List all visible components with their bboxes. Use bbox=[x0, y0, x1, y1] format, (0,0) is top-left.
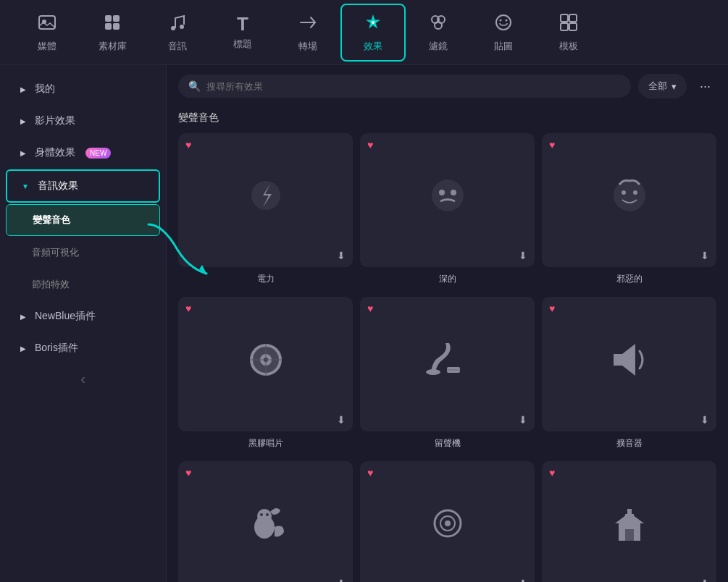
filter-button[interactable]: 全部 ▾ bbox=[638, 74, 687, 98]
search-input[interactable] bbox=[206, 81, 621, 92]
sidebar-item-body-effects[interactable]: ▶ 身體效果 NEW bbox=[6, 138, 160, 168]
nav-item-audio[interactable]: 音訊 bbox=[145, 4, 210, 62]
card-wrapper-vinyl: ♥ ⬇ 黑膠唱片 bbox=[178, 297, 353, 453]
nav-item-template[interactable]: 模板 bbox=[536, 4, 601, 62]
svg-point-22 bbox=[451, 190, 456, 195]
transition-icon bbox=[298, 12, 318, 35]
card-wrapper-deep: ♥ ⬇ 深的 bbox=[360, 133, 535, 290]
svg-point-38 bbox=[266, 513, 269, 516]
sidebar-item-newblue[interactable]: ▶ NewBlue插件 bbox=[6, 301, 160, 332]
nav-label-filter: 濾鏡 bbox=[429, 40, 448, 53]
sidebar-scroll-btn[interactable]: ‹ bbox=[0, 365, 166, 393]
top-nav: 媒體 素材庫 音訊 bbox=[0, 0, 728, 65]
download-icon: ⬇ bbox=[519, 414, 527, 426]
effect-card-speaker[interactable]: ♥ ⬇ bbox=[542, 297, 716, 431]
effect-card-evil[interactable]: ♥ ⬇ bbox=[542, 133, 716, 267]
effect-label-vinyl: 黑膠唱片 bbox=[178, 437, 353, 454]
effect-icon-deep bbox=[426, 174, 469, 227]
sidebar-label-video-effects: 影片效果 bbox=[35, 114, 75, 127]
sidebar-item-beat-effects[interactable]: 節拍特效 bbox=[6, 269, 160, 300]
heart-badge: ♥ bbox=[549, 303, 555, 314]
effect-card-deep[interactable]: ♥ ⬇ bbox=[360, 133, 535, 267]
chevron-icon: ▶ bbox=[20, 85, 26, 93]
svg-point-25 bbox=[633, 190, 637, 195]
svg-point-37 bbox=[260, 513, 263, 516]
chevron-icon-down: ▼ bbox=[22, 182, 29, 190]
heart-badge: ♥ bbox=[367, 303, 373, 314]
card-wrapper-surround: ♥ ⬇ 環繞聲 bbox=[360, 461, 535, 582]
svg-rect-17 bbox=[561, 23, 568, 30]
svg-point-23 bbox=[614, 180, 645, 211]
nav-label-transition: 轉場 bbox=[298, 40, 317, 53]
nav-item-stock[interactable]: 素材庫 bbox=[80, 4, 145, 62]
filter-icon bbox=[428, 12, 448, 35]
effect-icon-vinyl bbox=[244, 338, 288, 391]
effect-icon-phonograph bbox=[424, 340, 471, 389]
sidebar-item-audio-effects[interactable]: ▼ 音訊效果 bbox=[6, 169, 160, 203]
sidebar-label-boris: Boris插件 bbox=[35, 342, 78, 355]
heart-badge: ♥ bbox=[185, 467, 191, 478]
sidebar-label-audio-effects: 音訊效果 bbox=[38, 180, 78, 193]
nav-item-title[interactable]: T 標題 bbox=[210, 4, 275, 62]
more-icon: ··· bbox=[700, 79, 711, 93]
template-icon bbox=[558, 12, 579, 35]
effect-icon-squirrel bbox=[244, 502, 288, 554]
effect-icon-speaker bbox=[608, 338, 651, 391]
card-wrapper-phonograph: ♥ ⬇ 留聲機 bbox=[360, 297, 535, 453]
sidebar-item-voice-change[interactable]: 變聲音色 bbox=[6, 204, 160, 236]
nav-item-media[interactable]: 媒體 bbox=[14, 4, 80, 62]
svg-point-32 bbox=[426, 369, 440, 375]
svg-point-8 bbox=[372, 21, 375, 24]
effect-icon-church bbox=[608, 502, 651, 554]
search-input-wrapper[interactable]: 🔍 bbox=[178, 75, 631, 98]
sidebar-label-newblue: NewBlue插件 bbox=[35, 310, 96, 323]
svg-point-12 bbox=[496, 15, 511, 30]
nav-item-transition[interactable]: 轉場 bbox=[275, 4, 340, 62]
heart-badge: ♥ bbox=[367, 139, 373, 151]
effect-card-church[interactable]: ♥ ⬇ bbox=[542, 461, 716, 582]
effect-card-surround[interactable]: ♥ ⬇ bbox=[360, 461, 535, 582]
effect-card-electric[interactable]: ♥ ⬇ bbox=[178, 133, 353, 267]
scroll-icon: ‹ bbox=[80, 371, 85, 387]
nav-label-sticker: 貼圖 bbox=[494, 40, 513, 53]
svg-rect-15 bbox=[561, 14, 568, 22]
svg-rect-4 bbox=[105, 23, 112, 30]
download-icon: ⬇ bbox=[519, 250, 527, 261]
effect-card-squirrel[interactable]: ♥ ⬇ bbox=[178, 461, 353, 582]
sidebar-item-audio-viz[interactable]: 音頻可視化 bbox=[6, 237, 160, 268]
download-icon: ⬇ bbox=[700, 250, 709, 261]
effect-card-phonograph[interactable]: ♥ ⬇ bbox=[360, 297, 535, 431]
sidebar-item-my[interactable]: ▶ 我的 bbox=[6, 74, 160, 104]
sidebar-item-boris[interactable]: ▶ Boris插件 bbox=[6, 333, 160, 363]
effect-card-vinyl[interactable]: ♥ ⬇ bbox=[178, 297, 353, 431]
content-area: 🔍 全部 ▾ ··· 變聲音色 ♥ bbox=[167, 65, 728, 582]
heart-badge: ♥ bbox=[185, 303, 191, 314]
svg-point-14 bbox=[506, 19, 508, 21]
card-wrapper-squirrel: ♥ ⬇ 花栗鼠 bbox=[178, 461, 353, 582]
download-icon: ⬇ bbox=[519, 578, 527, 582]
svg-point-36 bbox=[257, 509, 272, 523]
svg-rect-2 bbox=[105, 15, 112, 22]
svg-point-11 bbox=[435, 22, 442, 29]
sidebar-label-body-effects: 身體效果 bbox=[35, 146, 75, 159]
heart-badge: ♥ bbox=[185, 139, 191, 151]
nav-label-audio: 音訊 bbox=[168, 40, 187, 53]
nav-label-stock: 素材庫 bbox=[99, 40, 127, 53]
svg-point-41 bbox=[445, 520, 451, 526]
svg-rect-44 bbox=[625, 514, 634, 517]
sidebar: ▶ 我的 ▶ 影片效果 ▶ 身體效果 NEW ▼ 音訊效果 變聲音色 bbox=[0, 65, 167, 582]
nav-item-effects[interactable]: 效果 bbox=[340, 4, 406, 62]
nav-label-title: 標題 bbox=[233, 38, 252, 51]
sidebar-item-video-effects[interactable]: ▶ 影片效果 bbox=[6, 106, 160, 136]
effects-icon bbox=[363, 12, 383, 35]
more-button[interactable]: ··· bbox=[694, 76, 716, 97]
nav-item-sticker[interactable]: 貼圖 bbox=[471, 4, 536, 62]
filter-label: 全部 bbox=[648, 80, 667, 93]
card-wrapper-church: ♥ ⬇ 教堂 bbox=[542, 461, 716, 582]
svg-rect-45 bbox=[625, 529, 634, 541]
download-icon: ⬇ bbox=[700, 414, 709, 426]
effect-icon-evil bbox=[608, 174, 651, 227]
svg-point-7 bbox=[180, 25, 184, 29]
effects-grid: ♥ ⬇ 電力 ♥ bbox=[167, 133, 728, 582]
nav-item-filter[interactable]: 濾鏡 bbox=[406, 4, 471, 62]
